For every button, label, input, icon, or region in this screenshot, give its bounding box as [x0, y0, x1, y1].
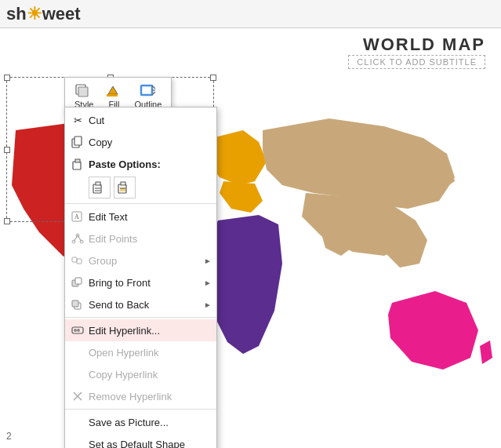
handle-top-right[interactable]	[210, 75, 216, 81]
svg-rect-27	[75, 278, 82, 284]
cut-icon: ✂	[70, 112, 85, 128]
slide-subtitle[interactable]: Click to add subtitle	[348, 55, 485, 69]
fill-icon	[104, 82, 123, 98]
svg-rect-25	[77, 259, 82, 264]
separator-2	[65, 317, 216, 318]
svg-rect-29	[72, 300, 78, 307]
copy-hyperlink-icon	[70, 366, 85, 382]
copy-icon	[70, 134, 85, 150]
send-to-back-item[interactable]: Send to Back ►	[65, 293, 216, 315]
paste-options-label: Paste Options:	[65, 153, 216, 175]
handle-middle-left[interactable]	[4, 147, 10, 153]
svg-text:A: A	[74, 213, 79, 220]
remove-hyperlink-item[interactable]: Remove Hyperlink	[65, 385, 216, 407]
edit-text-icon: A	[70, 209, 85, 224]
save-as-picture-item[interactable]: Save as Picture...	[65, 411, 216, 433]
svg-rect-24	[72, 257, 77, 262]
send-to-back-arrow: ►	[204, 300, 212, 309]
group-arrow: ►	[204, 257, 212, 265]
slide-title: World Map	[348, 35, 485, 55]
copy-hyperlink-item[interactable]: Copy Hyperlink	[65, 363, 216, 385]
group-item[interactable]: Group ►	[65, 249, 216, 271]
separator-1	[65, 203, 216, 204]
top-bar: sh☀weet	[0, 0, 501, 28]
open-hyperlink-icon	[70, 344, 85, 360]
bring-to-front-icon	[70, 275, 85, 290]
bring-to-front-arrow: ►	[204, 279, 212, 287]
svg-rect-12	[96, 182, 100, 185]
save-as-picture-icon	[70, 414, 85, 430]
main-area: World Map Click to add subtitle Style	[0, 28, 501, 448]
set-default-shape-item[interactable]: Set as Default Shape	[65, 433, 216, 448]
edit-points-icon	[70, 231, 85, 246]
svg-rect-16	[121, 182, 125, 185]
cut-item[interactable]: ✂ Cut	[65, 109, 216, 131]
remove-hyperlink-icon	[70, 388, 85, 404]
svg-rect-2	[107, 94, 118, 97]
edit-hyperlink-icon	[70, 322, 85, 338]
context-menu: ✂ Cut Copy Paste Options:	[64, 107, 217, 448]
handle-top-left[interactable]	[4, 75, 10, 81]
asia	[263, 118, 455, 209]
handle-bottom-left[interactable]	[4, 218, 10, 224]
svg-rect-1	[78, 87, 88, 97]
bring-to-front-item[interactable]: Bring to Front ►	[65, 271, 216, 293]
paste-btn-1[interactable]	[89, 177, 111, 199]
australia	[388, 291, 478, 370]
logo-accent: ☀	[27, 4, 42, 24]
copy-item[interactable]: Copy	[65, 131, 216, 153]
paste-btn-2[interactable]	[114, 177, 136, 199]
style-icon	[74, 82, 93, 98]
separator-3	[65, 409, 216, 410]
group-icon	[70, 253, 85, 268]
open-hyperlink-item[interactable]: Open Hyperlink	[65, 341, 216, 363]
edit-hyperlink-item[interactable]: Edit Hyperlink...	[65, 319, 216, 341]
svg-rect-3	[141, 86, 152, 95]
set-default-shape-icon	[70, 436, 85, 448]
paste-label-icon	[70, 156, 85, 172]
svg-point-32	[77, 329, 80, 332]
edit-points-item[interactable]: Edit Points	[65, 228, 216, 249]
outline-icon	[139, 82, 158, 98]
logo: sh☀weet	[6, 4, 81, 24]
paste-options-row	[65, 175, 216, 202]
send-to-back-icon	[70, 297, 85, 312]
svg-rect-10	[75, 159, 80, 162]
svg-rect-8	[74, 137, 82, 145]
slide-title-area: World Map Click to add subtitle	[348, 35, 485, 69]
edit-text-item[interactable]: A Edit Text	[65, 206, 216, 228]
svg-point-31	[74, 329, 77, 332]
slide-number: 2	[6, 431, 12, 442]
